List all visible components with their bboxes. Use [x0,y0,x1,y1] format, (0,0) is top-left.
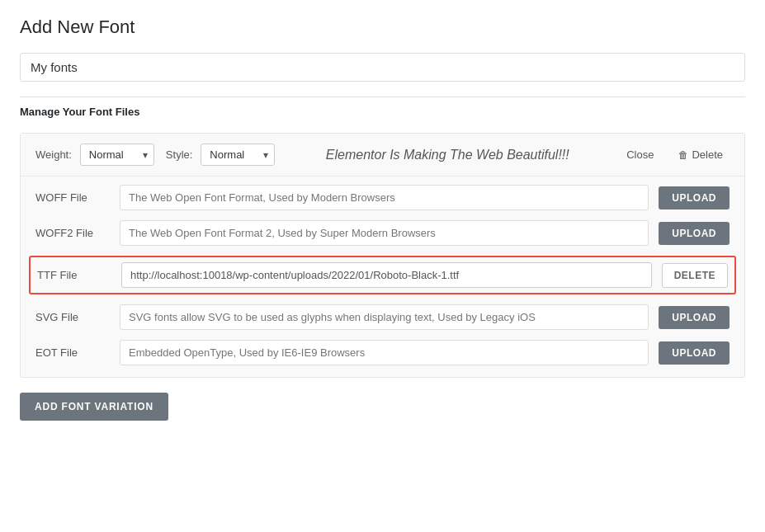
close-button[interactable]: Close [620,145,660,164]
font-variation-block: Weight: Normal 100 200 300 400 500 600 7… [20,133,745,378]
preview-text: Elementor Is Making The Web Beautiful!!! [286,148,608,162]
file-row-eot: EOT FileUPLOAD [35,340,730,365]
file-label-woff2: WOFF2 File [35,227,110,239]
file-input-ttf[interactable] [121,262,652,288]
weight-select-wrapper: Normal 100 200 300 400 500 600 700 800 9… [80,144,154,166]
style-group: Style: Normal Italic [166,144,276,166]
file-input-svg[interactable] [120,304,649,330]
manage-section-label: Manage Your Font Files [20,97,745,125]
upload-button-woff[interactable]: UPLOAD [659,186,730,210]
upload-button-eot[interactable]: UPLOAD [659,341,730,365]
style-select[interactable]: Normal Italic [201,144,275,166]
weight-group: Weight: Normal 100 200 300 400 500 600 7… [35,144,154,166]
weight-select[interactable]: Normal 100 200 300 400 500 600 700 800 9… [80,144,154,166]
upload-button-woff2[interactable]: UPLOAD [659,222,730,245]
page-container: Add New Font Manage Your Font Files Weig… [0,0,765,532]
file-row-ttf: TTF FileDELETE [29,256,736,294]
file-input-woff[interactable] [120,185,649,210]
page-title: Add New Font [20,16,745,38]
delete-button-ttf[interactable]: DELETE [662,263,728,288]
add-font-variation-button[interactable]: ADD FONT VARIATION [20,393,168,421]
file-label-svg: SVG File [35,311,110,323]
file-row-woff2: WOFF2 FileUPLOAD [35,220,730,246]
file-rows-container: WOFF FileUPLOADWOFF2 FileUPLOADTTF FileD… [21,177,744,377]
file-row-svg: SVG FileUPLOAD [35,304,730,330]
file-label-woff: WOFF File [35,191,110,204]
font-name-input[interactable] [20,53,745,82]
file-label-eot: EOT File [35,346,110,359]
delete-variation-label: Delete [692,148,723,161]
file-input-eot[interactable] [120,340,649,365]
style-label: Style: [166,148,193,161]
file-label-ttf: TTF File [37,269,111,281]
weight-label: Weight: [35,148,72,161]
file-row-woff: WOFF FileUPLOAD [35,185,730,210]
variation-header: Weight: Normal 100 200 300 400 500 600 7… [21,134,744,177]
style-select-wrapper: Normal Italic [201,144,275,166]
upload-button-svg[interactable]: UPLOAD [659,306,730,329]
delete-variation-button[interactable]: Delete [672,145,730,164]
file-input-woff2[interactable] [120,220,649,246]
